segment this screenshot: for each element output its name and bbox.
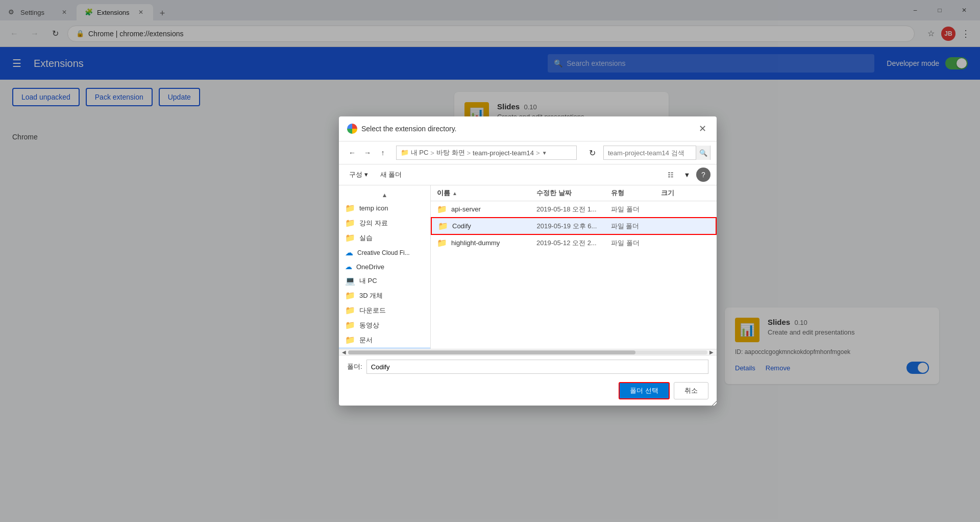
breadcrumb-project: team-project-team14 — [473, 149, 534, 157]
file-type-codify: 파일 폴더 — [611, 222, 660, 231]
sidebar-item-mypc[interactable]: 💻 내 PC — [339, 273, 430, 288]
folder-label: 폴더: — [347, 362, 362, 371]
breadcrumb-mypc: 📁 내 PC — [401, 148, 428, 157]
folder-icon: 📁 — [437, 238, 447, 248]
breadcrumb-nav: ← → ↑ — [345, 146, 390, 160]
toolbar-bar: 구성 ▾ 새 폴더 ☷ ▼ ? — [339, 164, 717, 185]
col-header-date[interactable]: 수정한 날짜 — [536, 188, 611, 198]
view-dropdown-button[interactable]: ▼ — [680, 168, 694, 182]
file-date-api-server: 2019-05-18 오전 1... — [536, 205, 611, 214]
sidebar-item-label: temp icon — [359, 204, 388, 212]
help-button[interactable]: ? — [696, 168, 710, 182]
dialog-buttons: 폴더 선택 취소 — [339, 378, 717, 406]
col-header-name[interactable]: 이름 ▲ — [437, 188, 536, 198]
sort-arrow: ▲ — [452, 191, 457, 196]
folder-input[interactable] — [366, 360, 708, 374]
sidebar-item-label: 3D 개체 — [359, 291, 383, 300]
breadcrumb-desktop: 바탕 화면 — [436, 148, 465, 157]
select-folder-button[interactable]: 폴더 선택 — [619, 382, 670, 399]
sidebar-item-downloads[interactable]: 📁 다운로드 — [339, 303, 430, 318]
folder-icon: 📁 — [437, 204, 447, 214]
file-date-highlight-dummy: 2019-05-12 오전 2... — [536, 239, 611, 248]
col-header-size[interactable]: 크기 — [661, 188, 710, 198]
file-name-api-server: 📁 api-server — [437, 204, 536, 214]
breadcrumb-path[interactable]: 📁 내 PC > 바탕 화면 > team-project-team14 > ▼ — [396, 146, 577, 160]
sidebar-pane: ▲ 📁 temp icon 📁 강의 자료 📁 실습 ☁ Creative Cl… — [339, 185, 431, 349]
sidebar-item-label: 강의 자료 — [359, 219, 388, 228]
col-header-type[interactable]: 유형 — [611, 188, 660, 198]
nav-up-button[interactable]: ↑ — [376, 146, 390, 160]
breadcrumb-bar: ← → ↑ 📁 내 PC > 바탕 화면 > team-project-team… — [339, 141, 717, 164]
sidebar-item-desktop[interactable]: 📁 바탕 화면 — [339, 347, 430, 349]
file-browser-dialog: Select the extension directory. ✕ ← → ↑ … — [339, 116, 717, 406]
cloud-icon: ☁ — [345, 248, 353, 257]
folder-icon: 📁 — [345, 320, 355, 330]
sidebar-item-label: 실습 — [359, 233, 373, 243]
sidebar-item-3d[interactable]: 📁 3D 개체 — [339, 288, 430, 303]
nav-forward-button[interactable]: → — [360, 146, 375, 160]
sidebar-item-creative-cloud[interactable]: ☁ Creative Cloud Fi... — [339, 245, 430, 260]
sidebar-item-onedrive[interactable]: ☁ OneDrive — [339, 260, 430, 273]
view-button[interactable]: ☷ — [664, 168, 678, 182]
sidebar-item-label: 다운로드 — [359, 306, 386, 315]
file-name-highlight-dummy: 📁 highlight-dummy — [437, 238, 536, 248]
breadcrumb-dropdown-icon[interactable]: ▼ — [542, 150, 547, 156]
cancel-button[interactable]: 취소 — [674, 382, 708, 399]
file-list-header: 이름 ▲ 수정한 날짜 유형 크기 — [431, 185, 717, 201]
hscroll-track — [348, 350, 707, 354]
toolbar-right-icons: ☷ ▼ ? — [664, 168, 710, 182]
config-label: 구성 ▾ — [349, 170, 368, 179]
sidebar-item-label: 문서 — [359, 336, 373, 345]
hscroll-right-arrow[interactable]: ▶ — [707, 348, 716, 357]
folder-input-row: 폴더: — [339, 355, 717, 378]
file-type-highlight-dummy: 파일 폴더 — [611, 239, 660, 248]
breadcrumb-search: 🔍 — [603, 146, 710, 160]
resize-handle[interactable] — [710, 399, 717, 406]
refresh-button[interactable]: ↻ — [585, 146, 599, 160]
hscroll-left-arrow[interactable]: ◀ — [340, 348, 348, 357]
search-button[interactable]: 🔍 — [696, 146, 710, 160]
folder-icon: 📁 — [345, 203, 355, 213]
file-name-codify: 📁 Codify — [438, 221, 536, 231]
folder-icon: 📁 — [345, 335, 355, 345]
onedrive-icon: ☁ — [345, 263, 352, 271]
nav-back-button[interactable]: ← — [345, 146, 359, 160]
folder-icon: 📁 — [345, 218, 355, 228]
sidebar-item-temp-icon[interactable]: 📁 temp icon — [339, 201, 430, 216]
dialog-chrome-icon — [347, 124, 357, 134]
sidebar-item-label: Creative Cloud Fi... — [357, 249, 410, 256]
hscroll-thumb[interactable] — [348, 350, 635, 354]
breadcrumb-search-input[interactable] — [604, 146, 696, 159]
scroll-up-arrow[interactable]: ▲ — [339, 189, 430, 201]
folder-icon: 📁 — [345, 291, 355, 300]
sidebar-item-videos[interactable]: 📁 동영상 — [339, 318, 430, 333]
dialog-title: Select the extension directory. — [361, 125, 692, 133]
file-type-api-server: 파일 폴더 — [611, 205, 660, 214]
folder-icon: 📁 — [345, 305, 355, 315]
sidebar-item-lecture[interactable]: 📁 강의 자료 — [339, 216, 430, 230]
folder-icon: 📁 — [345, 233, 355, 243]
dialog-close-button[interactable]: ✕ — [696, 123, 708, 135]
file-date-codify: 2019-05-19 오후 6... — [536, 222, 610, 231]
folder-icon: 📁 — [438, 221, 448, 231]
sidebar-item-label: 내 PC — [359, 276, 377, 286]
sidebar-item-label: OneDrive — [356, 263, 384, 271]
sidebar-item-docs[interactable]: 📁 문서 — [339, 333, 430, 347]
file-pane: ▲ 📁 temp icon 📁 강의 자료 📁 실습 ☁ Creative Cl… — [339, 185, 717, 349]
file-row-highlight-dummy[interactable]: 📁 highlight-dummy 2019-05-12 오전 2... 파일 … — [431, 235, 717, 251]
computer-icon: 💻 — [345, 276, 355, 286]
file-row-codify[interactable]: 📁 Codify 2019-05-19 오후 6... 파일 폴더 — [431, 217, 717, 235]
new-folder-button[interactable]: 새 폴더 — [376, 169, 406, 181]
file-list-pane: 이름 ▲ 수정한 날짜 유형 크기 📁 api-server 2019-05-1… — [431, 185, 717, 349]
dialog-title-bar: Select the extension directory. ✕ — [339, 116, 717, 141]
file-row-api-server[interactable]: 📁 api-server 2019-05-18 오전 1... 파일 폴더 — [431, 201, 717, 217]
sidebar-item-label: 동영상 — [359, 321, 379, 330]
sidebar-item-practice[interactable]: 📁 실습 — [339, 230, 430, 245]
config-menu[interactable]: 구성 ▾ — [345, 169, 372, 181]
horizontal-scrollbar[interactable]: ◀ ▶ — [339, 349, 717, 355]
